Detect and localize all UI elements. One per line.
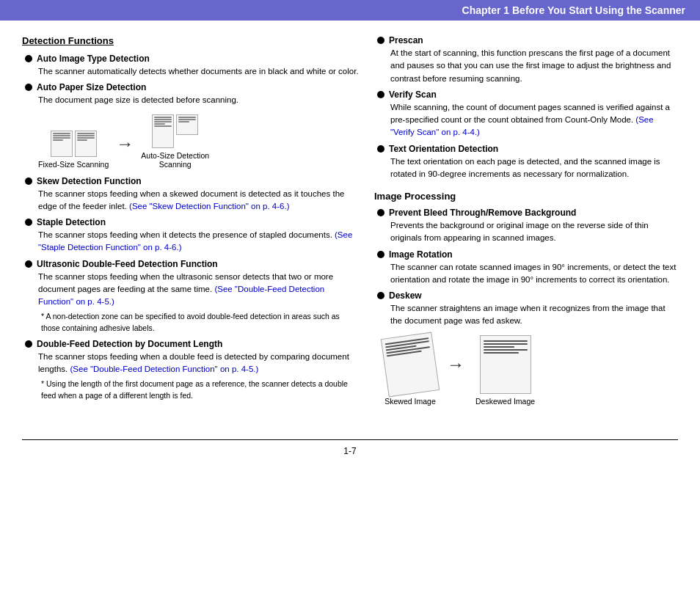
bullet-icon <box>377 292 384 299</box>
arrow-icon: → <box>447 354 464 375</box>
deskewed-doc-image <box>480 335 531 394</box>
page-header: Chapter 1 Before You Start Using the Sca… <box>0 0 700 21</box>
doc-image <box>75 131 97 157</box>
bullet-icon <box>25 219 32 226</box>
fixed-size-doc <box>51 131 97 157</box>
item-text: The scanner stops feeding when the ultra… <box>38 271 360 309</box>
item-text: The text orientation on each page is det… <box>390 156 678 181</box>
bullet-icon <box>377 209 384 216</box>
image-caption: Auto-Size DetectionScanning <box>141 151 209 169</box>
item-text: The document page size is detected befor… <box>38 94 360 106</box>
deskewed-image-caption: Deskewed Image <box>475 397 535 406</box>
item-title: Text Orientation Detection <box>389 144 498 154</box>
item-title: Auto Image Type Detection <box>37 54 150 64</box>
image-caption: Fixed-Size Scanning <box>38 160 109 169</box>
content-area: Detection Functions Auto Image Type Dete… <box>0 21 700 425</box>
item-text: The scanner straightens an image when it… <box>390 302 678 328</box>
footer-divider <box>22 439 678 440</box>
doc-image <box>51 131 73 157</box>
link-text[interactable]: (See "Staple Detection Function" on p. 4… <box>38 230 352 252</box>
list-item: Prescan At the start of scanning, this f… <box>377 35 678 85</box>
right-column: Prescan At the start of scanning, this f… <box>374 35 678 410</box>
detection-functions-title: Detection Functions <box>22 35 360 46</box>
list-item: Image Rotation The scanner can rotate sc… <box>377 249 678 287</box>
link-text[interactable]: (See "Verify Scan" on p. 4-4.) <box>390 115 654 136</box>
auto-size-doc <box>152 114 198 148</box>
item-text: At the start of scanning, this function … <box>390 47 678 85</box>
doc-image-short <box>176 114 198 135</box>
item-text: The scanner stops feeding when it detect… <box>38 229 360 255</box>
item-title: Image Rotation <box>389 249 453 260</box>
page-number: 1-7 <box>0 446 700 464</box>
bullet-icon <box>377 145 384 153</box>
item-title: Deskew <box>389 290 422 301</box>
item-text: While scanning, the count of document pa… <box>390 101 678 139</box>
doc-image-tall <box>152 114 174 148</box>
item-text: Prevents the background or original imag… <box>390 219 678 245</box>
bullet-icon <box>25 178 32 185</box>
bullet-icon <box>25 55 32 62</box>
list-item: Auto Paper Size Detection The document p… <box>25 82 360 168</box>
item-text: The scanner stops feeding when a double … <box>38 351 360 376</box>
arrow-icon: → <box>116 133 134 154</box>
item-text: The scanner stops feeding when a skewed … <box>38 188 360 213</box>
bullet-icon <box>25 84 32 91</box>
item-title: Ultrasonic Double-Feed Detection Functio… <box>37 259 218 269</box>
skewed-doc-wrapper <box>384 335 436 394</box>
item-title: Staple Detection <box>37 217 106 227</box>
list-item: Verify Scan While scanning, the count of… <box>377 89 678 139</box>
list-item: Deskew The scanner straightens an image … <box>377 290 678 406</box>
skewed-doc-image <box>381 332 440 397</box>
bullet-icon <box>25 260 32 268</box>
left-column: Detection Functions Auto Image Type Dete… <box>22 35 360 410</box>
list-item: Prevent Bleed Through/Remove Background … <box>377 208 678 245</box>
item-title: Skew Detection Function <box>37 176 142 186</box>
list-item: Skew Detection Function The scanner stop… <box>25 176 360 213</box>
link-text[interactable]: (See "Double-Feed Detection Function" on… <box>70 365 258 373</box>
link-text[interactable]: (See "Double-Feed Detection Function" on… <box>38 285 324 306</box>
list-item: Auto Image Type Detection The scanner au… <box>25 54 360 78</box>
bullet-icon <box>377 91 384 98</box>
item-title: Auto Paper Size Detection <box>37 82 146 92</box>
skewed-image-caption: Skewed Image <box>384 397 435 406</box>
auto-size-image-box: Auto-Size DetectionScanning <box>141 114 209 169</box>
item-title: Prescan <box>389 35 423 45</box>
list-item: Staple Detection The scanner stops feedi… <box>25 217 360 255</box>
item-text: The scanner can rotate scanned images in… <box>390 261 678 287</box>
fixed-size-image-box: Fixed-Size Scanning <box>38 131 109 169</box>
bullet-icon <box>377 37 384 44</box>
header-text: Chapter 1 Before You Start Using the Sca… <box>462 4 685 16</box>
footnote-text: * A non-detection zone can be specified … <box>41 311 360 334</box>
footnote-text: * Using the length of the first document… <box>41 378 360 402</box>
list-item: Double-Feed Detection by Document Length… <box>25 339 360 402</box>
item-title: Verify Scan <box>389 89 437 100</box>
scanning-images-row: Fixed-Size Scanning → <box>38 114 360 169</box>
list-item: Ultrasonic Double-Feed Detection Functio… <box>25 259 360 334</box>
skewed-image-col: Skewed Image <box>384 335 436 406</box>
bullet-icon <box>25 340 32 348</box>
deskew-images-row: Skewed Image → Deskewed Image <box>384 335 678 406</box>
image-processing-title: Image Processing <box>374 191 678 202</box>
link-text[interactable]: (See "Skew Detection Function" on p. 4-6… <box>129 202 289 211</box>
list-item: Text Orientation Detection The text orie… <box>377 144 678 181</box>
item-text: The scanner automatically detects whethe… <box>38 65 360 78</box>
item-title: Double-Feed Detection by Document Length <box>37 339 222 349</box>
item-title: Prevent Bleed Through/Remove Background <box>389 208 576 218</box>
deskewed-image-col: Deskewed Image <box>475 335 535 406</box>
bullet-icon <box>377 251 384 258</box>
